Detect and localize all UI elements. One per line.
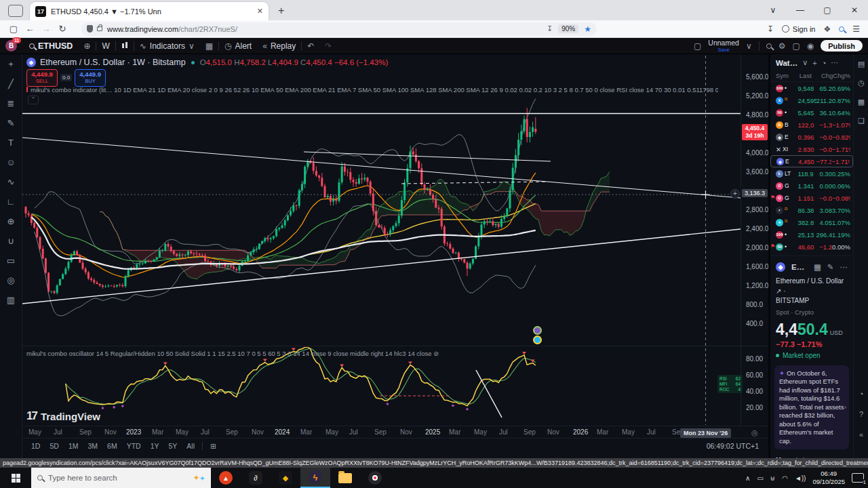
watchlist-row[interactable]: ⚑50•46,60−1.20.00% — [770, 241, 853, 253]
emoji-tool-icon[interactable]: ☺ — [3, 157, 18, 168]
watchlist-row[interactable]: BB122,0−1,3−1.07% — [770, 119, 853, 131]
time-axis-label[interactable]: Nov — [104, 428, 117, 436]
alerts-panel-icon[interactable]: ◷ — [856, 79, 866, 87]
time-axis[interactable]: MayJulSepNov2023MarMayJulSepNov2024MarMa… — [22, 426, 768, 438]
publish-button[interactable]: Publish — [821, 40, 863, 52]
recent-icon[interactable]: ◔ — [822, 59, 827, 67]
column-header[interactable]: Last — [800, 72, 818, 79]
range-button-3m[interactable]: 3M — [83, 442, 102, 450]
taskbar-search-input[interactable]: Type here to search ✦✦ — [31, 468, 211, 488]
chevron-down-icon[interactable]: ∨ — [802, 58, 808, 67]
layout-name[interactable]: UnnamedSave — [708, 39, 739, 52]
time-axis-label[interactable]: Jul — [201, 428, 210, 436]
taskbar-app-dark[interactable]: ∂ — [241, 468, 271, 488]
interval-button[interactable]: W — [96, 38, 115, 54]
pattern-tool-icon[interactable]: ∿ — [3, 177, 18, 188]
fib-tool-icon[interactable]: ≣ — [3, 98, 18, 109]
go-to-realtime-icon[interactable]: ◎ — [751, 428, 758, 437]
column-header[interactable]: Sym — [776, 72, 800, 79]
tracking-shield-icon[interactable] — [87, 25, 93, 33]
extensions-icon[interactable]: ❖ — [823, 24, 831, 34]
chart-area[interactable]: 5,600.05,200.04,800.04,000.03,600.02,800… — [22, 54, 768, 458]
symbol-full-name[interactable]: Ethereum / U.S. Dollar ↗ ·BITSTAMP — [770, 275, 853, 308]
grid-icon[interactable]: ▦ — [814, 262, 821, 272]
chart-legend[interactable]: ◆ Ethereum / U.S. Dollar · 1W · Bitstamp… — [26, 58, 388, 67]
settings-gear-icon[interactable]: ⚙ — [778, 41, 786, 51]
undo-icon[interactable]: ↶ — [302, 38, 319, 54]
range-button-1y[interactable]: 1Y — [146, 442, 164, 450]
watchlist-row[interactable]: ●D382.84.051.07% — [770, 216, 853, 228]
brush-tool-icon[interactable]: ✎ — [3, 118, 18, 129]
watchlist-row[interactable]: ⚑GG1.151−0.0−0.08% — [770, 192, 853, 204]
range-button-all[interactable]: All — [182, 442, 199, 450]
watchlist-row[interactable]: ◆E0.396−0.0−0.82% — [770, 131, 853, 143]
minimize-icon[interactable]: — — [787, 0, 814, 20]
chat-panel-icon[interactable]: ❏ — [856, 117, 866, 125]
tab-list-icon[interactable]: ∨ — [760, 0, 787, 20]
magnet-tool-icon[interactable]: ∪ — [3, 236, 18, 247]
chevron-down-icon[interactable]: ∨ — [746, 41, 752, 51]
back-icon[interactable]: ← — [22, 24, 38, 34]
time-axis-label[interactable]: May — [474, 428, 487, 436]
column-header[interactable]: Chg% — [833, 72, 850, 79]
range-button-ytd[interactable]: YTD — [122, 442, 146, 450]
alert-button[interactable]: ◷Alert — [219, 38, 257, 54]
chart-style-icon[interactable] — [116, 38, 134, 54]
layout-select-icon[interactable]: ▢ — [694, 41, 701, 51]
browser-tab[interactable]: 17 ETHUSD 4,450.4 ▼ −1.71% Unn ✕ — [30, 2, 269, 20]
copilot-icon[interactable]: ✦✦ — [193, 473, 205, 483]
sell-button[interactable]: 4,449.9SELL — [26, 69, 58, 87]
tab-close-icon[interactable]: ✕ — [257, 7, 263, 16]
taskbar-app-firefox[interactable]: ϟ — [300, 468, 330, 488]
collapse-icon[interactable]: « — [856, 430, 866, 439]
taskbar-app-brave[interactable]: ▲ — [211, 468, 241, 488]
buy-button[interactable]: 4,449.9BUY — [75, 69, 106, 87]
time-axis-label[interactable]: Sep — [79, 428, 92, 436]
time-axis-label[interactable]: May — [176, 428, 189, 436]
taskbar-app-binance[interactable]: ◆ — [271, 468, 300, 488]
menu-icon[interactable]: ☰ — [852, 24, 860, 34]
time-axis-label[interactable]: Nov — [400, 428, 412, 436]
range-button-5d[interactable]: 5D — [45, 442, 63, 450]
time-axis-label[interactable]: 2023 — [126, 428, 141, 436]
timer-icon[interactable]: ◔ — [856, 390, 866, 398]
replay-button[interactable]: «Replay — [257, 38, 301, 54]
remove-drawings-tool-icon[interactable]: ▥ — [3, 295, 18, 306]
sticker-icon[interactable] — [533, 326, 542, 335]
oscillator-legend[interactable]: mikul's combo oscillator 14 5 Regular/Hi… — [26, 350, 718, 357]
data-window-icon[interactable]: ▦ — [856, 98, 866, 106]
symbol-search-button[interactable]: ETHUSD — [24, 38, 78, 54]
kebab-menu-icon[interactable]: ⋯ — [840, 262, 848, 272]
watchlist-row[interactable]: ◐D86.383.083.70% — [770, 204, 853, 216]
notifications-icon[interactable]: 1 — [852, 473, 864, 483]
start-button[interactable] — [0, 468, 31, 488]
watchlist-row[interactable]: ✕XI2.830−0.0−1.71% — [770, 143, 853, 155]
watchlist-row[interactable]: XD24,595211.20.87% — [770, 94, 853, 106]
hide-drawings-tool-icon[interactable]: ◎ — [3, 275, 18, 286]
range-button-6m[interactable]: 6M — [102, 442, 122, 450]
news-card[interactable]: ✦On October 6, Ethereum spot ETFs had in… — [774, 365, 849, 450]
zoom-level-badge[interactable]: 90% — [558, 24, 578, 33]
watchlist-row[interactable]: ◆E4,450−77.3−1.71% — [770, 155, 853, 167]
time-axis-label[interactable]: May — [622, 428, 635, 436]
time-axis-label[interactable]: 2025 — [425, 428, 440, 436]
indicator-legend[interactable]: mikul's combo indicator (lit… 10 1D EMA … — [26, 86, 718, 94]
tray-clock[interactable]: 06:4909/10/2025 — [812, 470, 845, 486]
trendline-tool-icon[interactable]: ╱ — [3, 79, 18, 89]
time-axis-label[interactable]: Mar — [300, 428, 312, 436]
time-axis-label[interactable]: Nov — [547, 428, 559, 436]
text-tool-icon[interactable]: T — [3, 138, 18, 148]
add-symbol-icon[interactable]: + — [812, 59, 816, 67]
help-icon[interactable]: ? — [856, 410, 866, 418]
forward-icon[interactable]: → — [38, 24, 54, 34]
time-axis-label[interactable]: Sep — [524, 428, 536, 436]
time-axis-label[interactable]: Nov — [252, 428, 264, 436]
range-button-5y[interactable]: 5Y — [164, 442, 182, 450]
microphone-icon[interactable]: ⊎ — [770, 474, 775, 482]
clock-utc[interactable]: 06:49:02 UTC+1 — [707, 442, 759, 450]
compose-icon[interactable]: ✎ — [827, 262, 834, 272]
maximize-icon[interactable]: ▢ — [814, 0, 841, 20]
quick-search-icon[interactable] — [766, 43, 772, 49]
reload-icon[interactable]: ↻ — [54, 24, 71, 34]
sticker-icon[interactable] — [533, 336, 542, 344]
